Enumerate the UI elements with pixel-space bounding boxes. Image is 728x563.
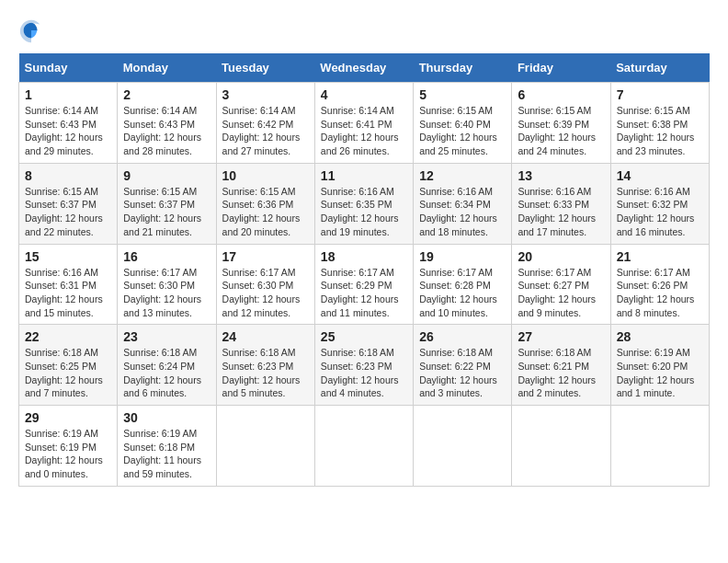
day-number: 29 [25, 410, 111, 425]
day-info: Sunrise: 6:17 AMSunset: 6:30 PMDaylight:… [123, 267, 201, 318]
day-info: Sunrise: 6:18 AMSunset: 6:25 PMDaylight:… [25, 347, 103, 398]
day-info: Sunrise: 6:19 AMSunset: 6:20 PMDaylight:… [617, 347, 695, 398]
day-header-saturday: Saturday [610, 53, 709, 83]
day-info: Sunrise: 6:15 AMSunset: 6:39 PMDaylight:… [518, 105, 596, 156]
day-info: Sunrise: 6:16 AMSunset: 6:35 PMDaylight:… [321, 186, 399, 237]
calendar-cell: 22 Sunrise: 6:18 AMSunset: 6:25 PMDaylig… [19, 325, 118, 406]
calendar-cell: 16 Sunrise: 6:17 AMSunset: 6:30 PMDaylig… [118, 244, 216, 325]
day-number: 20 [518, 249, 604, 264]
calendar-cell: 20 Sunrise: 6:17 AMSunset: 6:27 PMDaylig… [512, 244, 610, 325]
calendar-cell: 23 Sunrise: 6:18 AMSunset: 6:24 PMDaylig… [118, 325, 216, 406]
day-header-thursday: Thursday [414, 53, 512, 83]
day-number: 12 [419, 168, 506, 183]
calendar-cell: 3 Sunrise: 6:14 AMSunset: 6:42 PMDayligh… [216, 83, 314, 164]
day-info: Sunrise: 6:17 AMSunset: 6:30 PMDaylight:… [222, 267, 301, 318]
day-info: Sunrise: 6:19 AMSunset: 6:19 PMDaylight:… [25, 428, 103, 479]
day-info: Sunrise: 6:16 AMSunset: 6:31 PMDaylight:… [25, 267, 103, 318]
calendar-cell [314, 406, 413, 487]
calendar-cell: 2 Sunrise: 6:14 AMSunset: 6:43 PMDayligh… [118, 83, 216, 164]
calendar-cell: 17 Sunrise: 6:17 AMSunset: 6:30 PMDaylig… [216, 244, 314, 325]
calendar-week-row: 15 Sunrise: 6:16 AMSunset: 6:31 PMDaylig… [19, 244, 710, 325]
day-info: Sunrise: 6:17 AMSunset: 6:26 PMDaylight:… [617, 267, 695, 318]
day-number: 30 [123, 410, 210, 425]
calendar-cell: 28 Sunrise: 6:19 AMSunset: 6:20 PMDaylig… [610, 325, 709, 406]
calendar-cell: 15 Sunrise: 6:16 AMSunset: 6:31 PMDaylig… [19, 244, 118, 325]
logo-container [18, 18, 48, 44]
day-number: 23 [123, 329, 210, 344]
day-number: 26 [419, 329, 506, 344]
day-number: 11 [321, 168, 407, 183]
day-number: 24 [222, 329, 309, 344]
day-number: 6 [518, 87, 604, 102]
day-info: Sunrise: 6:18 AMSunset: 6:23 PMDaylight:… [321, 347, 399, 398]
day-info: Sunrise: 6:15 AMSunset: 6:37 PMDaylight:… [123, 186, 201, 237]
day-info: Sunrise: 6:14 AMSunset: 6:42 PMDaylight:… [222, 105, 301, 156]
day-info: Sunrise: 6:17 AMSunset: 6:28 PMDaylight:… [419, 267, 497, 318]
day-number: 2 [123, 87, 210, 102]
day-info: Sunrise: 6:17 AMSunset: 6:27 PMDaylight:… [518, 267, 596, 318]
day-number: 28 [617, 329, 703, 344]
calendar-week-row: 29 Sunrise: 6:19 AMSunset: 6:19 PMDaylig… [19, 406, 710, 487]
calendar-cell: 7 Sunrise: 6:15 AMSunset: 6:38 PMDayligh… [610, 83, 709, 164]
calendar-cell: 27 Sunrise: 6:18 AMSunset: 6:21 PMDaylig… [512, 325, 610, 406]
day-info: Sunrise: 6:16 AMSunset: 6:32 PMDaylight:… [617, 186, 695, 237]
day-number: 19 [419, 249, 506, 264]
calendar-cell: 4 Sunrise: 6:14 AMSunset: 6:41 PMDayligh… [314, 83, 413, 164]
day-number: 7 [617, 87, 703, 102]
calendar-cell: 19 Sunrise: 6:17 AMSunset: 6:28 PMDaylig… [414, 244, 512, 325]
day-number: 4 [321, 87, 407, 102]
day-number: 27 [518, 329, 604, 344]
calendar-cell [414, 406, 512, 487]
day-header-monday: Monday [118, 53, 216, 83]
calendar-cell [216, 406, 314, 487]
calendar-cell: 25 Sunrise: 6:18 AMSunset: 6:23 PMDaylig… [314, 325, 413, 406]
day-header-tuesday: Tuesday [216, 53, 314, 83]
day-info: Sunrise: 6:15 AMSunset: 6:37 PMDaylight:… [25, 186, 103, 237]
calendar-cell: 13 Sunrise: 6:16 AMSunset: 6:33 PMDaylig… [512, 163, 610, 244]
day-info: Sunrise: 6:18 AMSunset: 6:23 PMDaylight:… [222, 347, 301, 398]
day-info: Sunrise: 6:18 AMSunset: 6:21 PMDaylight:… [518, 347, 596, 398]
day-info: Sunrise: 6:14 AMSunset: 6:41 PMDaylight:… [321, 105, 399, 156]
calendar-cell: 10 Sunrise: 6:15 AMSunset: 6:36 PMDaylig… [216, 163, 314, 244]
calendar-cell: 21 Sunrise: 6:17 AMSunset: 6:26 PMDaylig… [610, 244, 709, 325]
day-header-wednesday: Wednesday [314, 53, 413, 83]
day-number: 22 [25, 329, 111, 344]
day-info: Sunrise: 6:17 AMSunset: 6:29 PMDaylight:… [321, 267, 399, 318]
day-info: Sunrise: 6:19 AMSunset: 6:18 PMDaylight:… [123, 428, 201, 479]
day-number: 25 [321, 329, 407, 344]
day-number: 8 [25, 168, 111, 183]
calendar-cell: 11 Sunrise: 6:16 AMSunset: 6:35 PMDaylig… [314, 163, 413, 244]
page-header [18, 18, 710, 44]
calendar-week-row: 22 Sunrise: 6:18 AMSunset: 6:25 PMDaylig… [19, 325, 710, 406]
day-number: 13 [518, 168, 604, 183]
day-info: Sunrise: 6:15 AMSunset: 6:38 PMDaylight:… [617, 105, 695, 156]
calendar-header-row: SundayMondayTuesdayWednesdayThursdayFrid… [19, 53, 710, 83]
calendar-cell: 14 Sunrise: 6:16 AMSunset: 6:32 PMDaylig… [610, 163, 709, 244]
day-info: Sunrise: 6:14 AMSunset: 6:43 PMDaylight:… [25, 105, 103, 156]
day-number: 17 [222, 249, 309, 264]
day-header-sunday: Sunday [19, 53, 118, 83]
calendar-cell: 1 Sunrise: 6:14 AMSunset: 6:43 PMDayligh… [19, 83, 118, 164]
day-info: Sunrise: 6:15 AMSunset: 6:40 PMDaylight:… [419, 105, 497, 156]
day-info: Sunrise: 6:16 AMSunset: 6:33 PMDaylight:… [518, 186, 596, 237]
day-number: 15 [25, 249, 111, 264]
calendar-cell: 12 Sunrise: 6:16 AMSunset: 6:34 PMDaylig… [414, 163, 512, 244]
day-number: 1 [25, 87, 111, 102]
day-number: 5 [419, 87, 506, 102]
day-info: Sunrise: 6:16 AMSunset: 6:34 PMDaylight:… [419, 186, 497, 237]
day-number: 18 [321, 249, 407, 264]
calendar-cell [610, 406, 709, 487]
calendar-cell: 29 Sunrise: 6:19 AMSunset: 6:19 PMDaylig… [19, 406, 118, 487]
day-number: 9 [123, 168, 210, 183]
calendar-cell: 30 Sunrise: 6:19 AMSunset: 6:18 PMDaylig… [118, 406, 216, 487]
calendar-cell: 6 Sunrise: 6:15 AMSunset: 6:39 PMDayligh… [512, 83, 610, 164]
day-number: 14 [617, 168, 703, 183]
calendar-cell: 18 Sunrise: 6:17 AMSunset: 6:29 PMDaylig… [314, 244, 413, 325]
calendar-week-row: 1 Sunrise: 6:14 AMSunset: 6:43 PMDayligh… [19, 83, 710, 164]
day-header-friday: Friday [512, 53, 610, 83]
day-number: 10 [222, 168, 309, 183]
logo [18, 18, 48, 44]
day-info: Sunrise: 6:18 AMSunset: 6:22 PMDaylight:… [419, 347, 497, 398]
calendar-week-row: 8 Sunrise: 6:15 AMSunset: 6:37 PMDayligh… [19, 163, 710, 244]
calendar-cell: 5 Sunrise: 6:15 AMSunset: 6:40 PMDayligh… [414, 83, 512, 164]
